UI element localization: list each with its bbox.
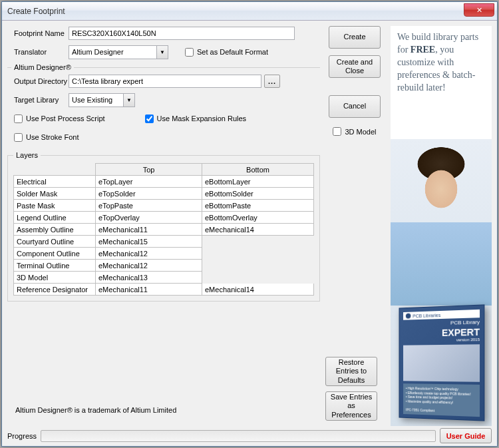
ad-panel: We build library parts for FREE, you cus…	[391, 26, 492, 426]
save-preferences-button[interactable]: Save Entries as Preferences	[325, 391, 377, 421]
table-row: Courtyard OutlineeMechanical15	[14, 236, 314, 248]
cancel-button[interactable]: Cancel	[329, 95, 381, 118]
table-row: Component OutlineeMechanical12	[14, 248, 314, 260]
window-title: Create Footprint	[7, 7, 65, 16]
use-stroke-font-label: Use Stroke Font	[26, 133, 79, 141]
use-post-process-checkbox[interactable]: Use Post Process Script	[14, 114, 105, 123]
layer-name-cell: Electrical	[14, 176, 96, 188]
layer-name-cell: Reference Designator	[14, 284, 96, 296]
layer-top-cell[interactable]: eTopLayer	[96, 176, 202, 188]
three-d-model-checkbox[interactable]: 3D Model	[333, 127, 376, 136]
table-row: Reference DesignatoreMechanical11eMechan…	[14, 284, 314, 296]
layer-top-cell[interactable]: eMechanical13	[96, 272, 202, 284]
footprint-name-input[interactable]	[69, 27, 295, 40]
layer-top-cell[interactable]: eTopOverlay	[96, 212, 202, 224]
layer-bottom-cell	[202, 236, 314, 248]
chevron-down-icon: ▼	[123, 94, 134, 107]
dialog-button-column: Create Create and Close Cancel 3D Model	[325, 26, 384, 136]
layers-group: Layers Top Bottom ElectricaleTopLayereBo…	[7, 151, 320, 302]
layer-bottom-cell[interactable]: eBottomSolder	[202, 188, 314, 200]
use-post-process-label: Use Post Process Script	[26, 114, 105, 122]
layer-name-cell: Terminal Outline	[14, 260, 96, 272]
translator-value: Altium Designer	[69, 46, 156, 59]
table-row: ElectricaleTopLayereBottomLayer	[14, 176, 314, 188]
output-dir-label: Output Directory	[7, 77, 69, 85]
layer-name-cell: 3D Model	[14, 272, 96, 284]
layer-top-cell[interactable]: eMechanical15	[96, 236, 202, 248]
layer-bottom-cell[interactable]: eMechanical14	[202, 224, 314, 236]
layer-bottom-cell	[202, 260, 314, 272]
chevron-down-icon: ▼	[156, 46, 168, 59]
table-row: 3D ModeleMechanical13	[14, 272, 314, 284]
dialog-window: Create Footprint ✕ Footprint Name Transl…	[1, 1, 498, 447]
browse-button[interactable]: ...	[264, 75, 280, 88]
translator-combo[interactable]: Altium Designer ▼	[69, 45, 168, 59]
create-close-button[interactable]: Create and Close	[329, 55, 381, 78]
layer-name-cell: Assembly Outline	[14, 224, 96, 236]
layer-top-cell[interactable]: eMechanical12	[96, 248, 202, 260]
progress-label: Progress	[7, 432, 37, 440]
layer-bottom-cell[interactable]: eMechanical14	[202, 284, 314, 296]
translator-label: Translator	[7, 48, 69, 56]
layers-table: Top Bottom ElectricaleTopLayereBottomLay…	[13, 163, 314, 296]
main-form: Footprint Name Translator Altium Designe…	[7, 26, 320, 441]
target-library-label: Target Library	[7, 96, 69, 104]
layers-legend: Layers	[13, 151, 41, 159]
user-guide-button[interactable]: User Guide	[440, 428, 492, 443]
layer-bottom-cell[interactable]: eBottomOverlay	[202, 212, 314, 224]
table-row: Legend OutlineeTopOverlayeBottomOverlay	[14, 212, 314, 224]
layer-name-cell: Component Outline	[14, 248, 96, 260]
layer-bottom-cell[interactable]: eBottomPaste	[202, 200, 314, 212]
footprint-name-label: Footprint Name	[7, 29, 69, 37]
layer-bottom-cell[interactable]: eBottomLayer	[202, 176, 314, 188]
output-dir-input[interactable]	[69, 75, 261, 88]
table-row: Paste MaskeTopPasteeBottomPaste	[14, 200, 314, 212]
col-bottom: Bottom	[202, 164, 314, 176]
target-library-combo[interactable]: Use Existing ▼	[69, 93, 135, 107]
set-default-checkbox[interactable]: Set as Default Format	[185, 48, 268, 57]
layer-bottom-cell	[202, 248, 314, 260]
layer-name-cell: Solder Mask	[14, 188, 96, 200]
table-row: Assembly OutlineeMechanical11eMechanical…	[14, 224, 314, 236]
layer-name-cell: Legend Outline	[14, 212, 96, 224]
ad-text: We build library parts for FREE, you cus…	[391, 26, 492, 97]
titlebar: Create Footprint ✕	[2, 2, 497, 21]
lower-button-column: Restore Entries to Defaults Save Entries…	[325, 357, 384, 421]
set-default-label: Set as Default Format	[197, 48, 268, 56]
layer-top-cell[interactable]: eMechanical11	[96, 284, 202, 296]
use-mask-label: Use Mask Expansion Rules	[157, 114, 247, 122]
translator-group-legend: Altium Designer®	[11, 63, 74, 71]
trademark-note: Altium Designer® is a trademark of Altiu…	[15, 406, 176, 414]
three-d-model-label: 3D Model	[345, 128, 376, 136]
client-area: Footprint Name Translator Altium Designe…	[2, 21, 497, 446]
table-row: Terminal OutlineeMechanical12	[14, 260, 314, 272]
restore-defaults-button[interactable]: Restore Entries to Defaults	[325, 357, 377, 386]
layer-top-cell[interactable]: eTopPaste	[96, 200, 202, 212]
progress-row: Progress User Guide	[7, 428, 492, 443]
create-button[interactable]: Create	[329, 26, 381, 49]
ad-image: PCB Libraries PCB Library EXPERT version…	[391, 139, 492, 426]
use-stroke-font-checkbox[interactable]: Use Stroke Font	[14, 133, 79, 142]
person-photo	[391, 139, 492, 306]
product-box: PCB Libraries PCB Library EXPERT version…	[399, 304, 485, 421]
translator-group: Altium Designer® Output Directory ... Ta…	[7, 63, 320, 148]
layer-top-cell[interactable]: eMechanical11	[96, 224, 202, 236]
layer-name-cell: Paste Mask	[14, 200, 96, 212]
layer-bottom-cell	[202, 272, 314, 284]
use-mask-checkbox[interactable]: Use Mask Expansion Rules	[145, 114, 247, 123]
layer-top-cell[interactable]: eMechanical12	[96, 260, 202, 272]
table-row: Solder MaskeTopSoldereBottomSolder	[14, 188, 314, 200]
layer-top-cell[interactable]: eTopSolder	[96, 188, 202, 200]
close-icon: ✕	[476, 6, 482, 14]
target-library-value: Use Existing	[69, 94, 123, 107]
progress-bar	[41, 430, 436, 442]
col-top: Top	[96, 164, 202, 176]
close-button[interactable]: ✕	[464, 3, 494, 17]
layer-name-cell: Courtyard Outline	[14, 236, 96, 248]
